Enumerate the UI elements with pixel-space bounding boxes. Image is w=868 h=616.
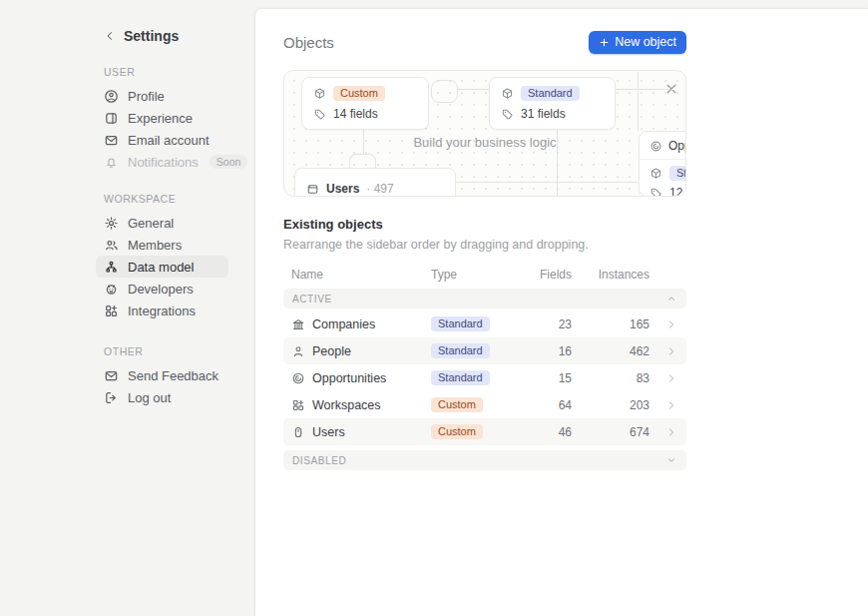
sidebar-item-label: Experience (128, 111, 193, 126)
members-icon (104, 238, 119, 253)
sidebar-item-general[interactable]: General (96, 212, 228, 234)
data-model-diagram: Build your business logic Custom 14 fiel… (283, 70, 686, 197)
diagram-hint: Build your business logic (284, 135, 685, 150)
section-label-other: OTHER (104, 345, 228, 357)
col-instances: Instances (572, 268, 650, 282)
experience-icon (104, 111, 119, 126)
object-count: · 497 (366, 182, 393, 196)
group-label: DISABLED (292, 455, 346, 466)
connector-line (616, 89, 668, 90)
close-icon[interactable] (663, 81, 679, 97)
sidebar-item-label: Log out (128, 390, 171, 405)
table-row-companies[interactable]: Companies Standard 23 165 (283, 310, 686, 337)
fields-value: 46 (536, 425, 572, 439)
connector-line (455, 182, 639, 183)
section-label-user: USER (104, 66, 228, 78)
diagram-card-users[interactable]: Users · 497 (294, 168, 456, 197)
window-icon (306, 183, 319, 196)
mail-icon (104, 133, 119, 148)
connector-line (557, 119, 558, 197)
logout-icon (104, 390, 119, 405)
sidebar-item-label: Data model (128, 260, 194, 275)
group-active[interactable]: ACTIVE (283, 289, 686, 308)
sidebar-item-integrations[interactable]: Integrations (96, 300, 228, 321)
object-name: Workspaces (312, 398, 381, 412)
sidebar-item-data-model[interactable]: Data model (96, 256, 228, 278)
sidebar-item-send-feedback[interactable]: Send Feedback (96, 364, 228, 386)
fields-count: 12 fields (669, 186, 686, 197)
fields-value: 16 (536, 344, 572, 358)
existing-objects-title: Existing objects (283, 217, 686, 232)
chevron-right-icon[interactable] (665, 345, 677, 357)
target-icon (291, 371, 305, 385)
profile-icon (104, 89, 119, 104)
tag-icon (650, 187, 662, 198)
fields-count: 14 fields (333, 107, 378, 121)
integrations-icon (104, 304, 119, 318)
table-row-users[interactable]: Users Custom 46 674 (283, 418, 686, 445)
sidebar-item-profile[interactable]: Profile (96, 85, 228, 107)
object-name: Opportunities (312, 371, 386, 385)
chevron-right-icon[interactable] (665, 318, 677, 330)
type-badge: Custom (431, 424, 483, 439)
fields-value: 64 (536, 398, 572, 412)
type-badge: Standard (431, 370, 490, 385)
fields-count: 31 fields (521, 107, 566, 121)
cube-icon (501, 87, 514, 100)
page-title: Objects (283, 34, 334, 51)
sidebar-item-email-account[interactable]: Email account (96, 129, 228, 151)
object-name: People (312, 344, 351, 358)
plus-icon (599, 37, 610, 48)
objects-table: Name Type Fields Instances ACTIVE Compan… (283, 264, 686, 470)
settings-screen: Settings USER Profile Experience Email a… (0, 0, 868, 616)
sidebar-title: Settings (124, 28, 179, 44)
grid-plus-icon (291, 398, 305, 412)
person-icon (291, 344, 305, 358)
sidebar-item-log-out[interactable]: Log out (96, 386, 228, 408)
type-badge: Custom (431, 397, 483, 412)
back-to-app[interactable]: Settings (104, 28, 228, 44)
diagram-card-opportunities[interactable]: Opportunities Standard 12 fields (639, 131, 686, 197)
tag-icon (501, 108, 514, 121)
connector-line (638, 72, 639, 131)
chevron-right-icon[interactable] (665, 399, 677, 411)
tag-icon (313, 108, 326, 121)
object-name: Opportunities (668, 139, 686, 153)
col-type: Type (431, 268, 536, 282)
sidebar-item-label: Notifications (128, 155, 199, 170)
existing-objects-subtitle: Rearrange the sidebar order by dragging … (283, 238, 686, 252)
connector-line (458, 89, 489, 90)
chevron-right-icon[interactable] (665, 372, 677, 384)
connector-loop (431, 80, 458, 103)
sidebar-item-label: Integrations (128, 304, 196, 318)
diagram-card-custom[interactable]: Custom 14 fields (301, 77, 429, 130)
chevron-right-icon[interactable] (665, 426, 677, 438)
type-badge: Standard (521, 86, 580, 101)
type-badge: Standard (669, 166, 686, 181)
instances-value: 203 (572, 398, 650, 412)
group-disabled[interactable]: DISABLED (283, 450, 686, 470)
new-object-button[interactable]: New object (589, 31, 686, 54)
instances-value: 462 (572, 344, 650, 358)
building-icon (291, 317, 305, 331)
type-badge: Standard (431, 343, 490, 358)
sidebar-item-members[interactable]: Members (96, 234, 228, 256)
developers-icon (104, 282, 119, 297)
chevron-up-icon (665, 293, 677, 305)
diagram-card-standard[interactable]: Standard 31 fields (489, 77, 616, 130)
table-row-opportunities[interactable]: Opportunities Standard 15 83 (283, 364, 686, 391)
cube-icon (313, 87, 326, 100)
sidebar-item-notifications: Notifications Soon (96, 151, 228, 173)
col-fields: Fields (536, 268, 572, 282)
target-icon (650, 140, 662, 153)
table-row-people[interactable]: People Standard 16 462 (283, 337, 686, 364)
gear-icon (104, 216, 119, 231)
instances-value: 674 (572, 425, 650, 439)
sidebar-item-experience[interactable]: Experience (96, 107, 228, 129)
settings-sidebar: Settings USER Profile Experience Email a… (0, 0, 254, 616)
type-badge: Custom (333, 86, 385, 101)
chevron-left-icon (104, 30, 116, 42)
table-row-workspaces[interactable]: Workspaces Custom 64 203 (283, 391, 686, 418)
sidebar-item-developers[interactable]: Developers (96, 278, 228, 300)
soon-badge: Soon (210, 155, 248, 169)
